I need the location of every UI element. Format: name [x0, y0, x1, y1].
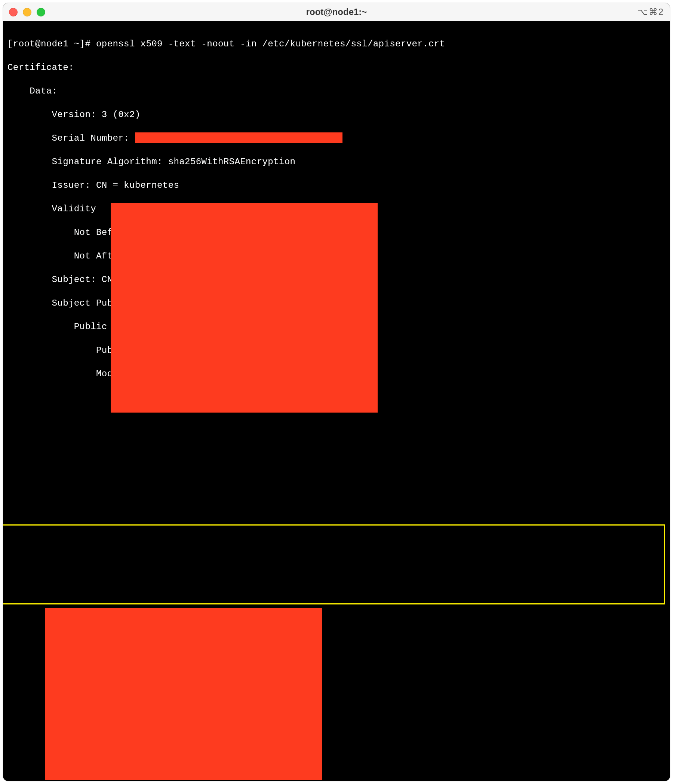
- redacted-serial: [135, 132, 342, 143]
- out-serial-label: Serial Number:: [8, 133, 135, 143]
- terminal-body[interactable]: [root@node1 ~]# openssl x509 -text -noou…: [3, 21, 670, 781]
- shell-command: openssl x509 -text -noout -in /etc/kuber…: [96, 39, 445, 49]
- terminal-window: root@node1:~ ⌥⌘2 [root@node1 ~]# openssl…: [3, 3, 670, 781]
- out-issuer: Issuer: CN = kubernetes: [8, 180, 666, 191]
- out-sig-algo: Signature Algorithm: sha256WithRSAEncryp…: [8, 156, 666, 168]
- redacted-signature-block: [45, 608, 322, 780]
- titlebar: root@node1:~ ⌥⌘2: [3, 3, 670, 21]
- out-cert-hdr: Certificate:: [8, 62, 666, 74]
- out-version: Version: 3 (0x2): [8, 109, 666, 121]
- shell-prompt: [root@node1 ~]#: [8, 39, 96, 49]
- redacted-modulus-block: [111, 203, 378, 412]
- out-data-hdr: Data:: [8, 85, 666, 97]
- window-title: root@node1:~: [3, 7, 670, 17]
